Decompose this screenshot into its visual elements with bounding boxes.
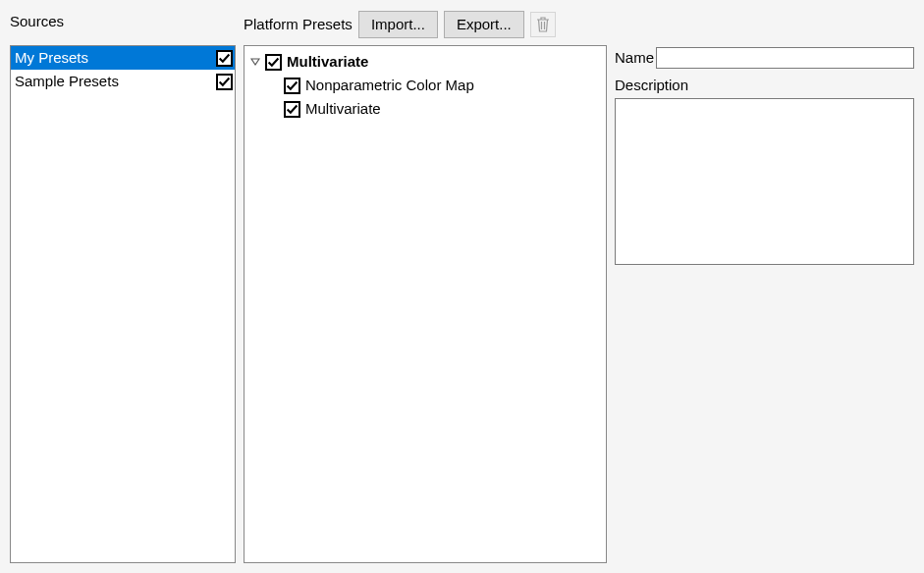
sources-item-label: My Presets bbox=[15, 47, 88, 69]
sources-item-checkbox[interactable] bbox=[216, 50, 233, 67]
sources-heading: Sources bbox=[10, 10, 64, 39]
tree-item-label: Nonparametric Color Map bbox=[305, 74, 474, 97]
disclosure-triangle-icon[interactable] bbox=[250, 57, 260, 67]
sources-item-checkbox[interactable] bbox=[216, 74, 233, 90]
tree-item[interactable]: Multivariate bbox=[250, 97, 600, 121]
description-textarea[interactable] bbox=[615, 98, 914, 265]
export-button[interactable]: Export... bbox=[444, 11, 524, 38]
trash-icon bbox=[536, 17, 550, 32]
tree-item-checkbox[interactable] bbox=[284, 101, 300, 118]
platform-presets-panel: Platform Presets Import... Export... Mul… bbox=[244, 10, 607, 563]
name-label: Name bbox=[615, 47, 654, 69]
tree-item[interactable]: Nonparametric Color Map bbox=[250, 74, 600, 97]
sources-listbox[interactable]: My Presets Sample Presets bbox=[10, 45, 236, 563]
tree-item-label: Multivariate bbox=[305, 97, 381, 121]
delete-button[interactable] bbox=[530, 12, 556, 37]
tree-group-checkbox[interactable] bbox=[265, 54, 282, 71]
name-input[interactable] bbox=[656, 47, 914, 69]
tree-item-checkbox[interactable] bbox=[284, 78, 300, 94]
sources-item[interactable]: Sample Presets bbox=[11, 70, 235, 93]
sources-item[interactable]: My Presets bbox=[11, 46, 235, 70]
platform-presets-heading: Platform Presets bbox=[244, 13, 353, 36]
details-panel: Name Description bbox=[615, 10, 914, 563]
presets-tree[interactable]: Multivariate Nonparametric Color Map Mul… bbox=[244, 45, 607, 563]
import-button[interactable]: Import... bbox=[358, 11, 438, 38]
tree-group[interactable]: Multivariate bbox=[250, 50, 600, 74]
sources-panel: Sources My Presets Sample Presets bbox=[10, 10, 236, 563]
description-label: Description bbox=[615, 75, 688, 96]
tree-group-label: Multivariate bbox=[287, 50, 368, 74]
sources-item-label: Sample Presets bbox=[15, 71, 119, 92]
